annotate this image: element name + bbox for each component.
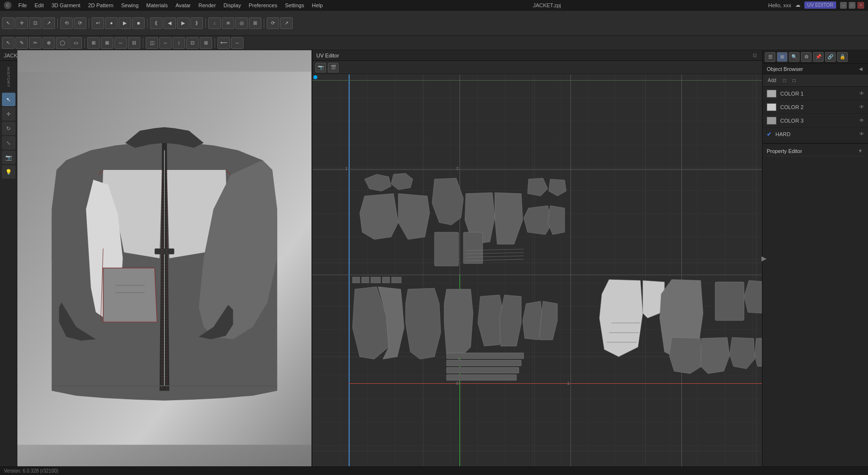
property-editor-collapse[interactable]: ▼	[856, 148, 864, 154]
close-button[interactable]: ×	[857, 2, 864, 9]
uv-camera-btn[interactable]: 📷	[315, 63, 326, 72]
tb2-select[interactable]: ↖	[2, 37, 14, 49]
toolbar-move[interactable]: ✛	[15, 17, 28, 29]
svg-marker-51	[755, 337, 762, 366]
maximize-button[interactable]: □	[849, 2, 855, 9]
ob-option1[interactable]: □	[781, 77, 788, 84]
tb2-grid[interactable]: ⊞	[200, 37, 212, 49]
menu-avatar[interactable]: Avatar	[173, 1, 194, 9]
tb2-flip[interactable]: ↔	[114, 37, 127, 49]
ob-filter-icon[interactable]: ⚙	[801, 52, 812, 62]
sidebar-camera-tool[interactable]: 📷	[2, 151, 15, 164]
uv-coord-5: 0	[456, 381, 459, 386]
ob-grid-icon[interactable]: ⊞	[777, 52, 787, 62]
toolbar-record[interactable]: ●	[105, 17, 118, 29]
sidebar-scale-tool[interactable]: ⤡	[2, 136, 15, 150]
minimize-button[interactable]: –	[840, 2, 847, 9]
ob-link-icon[interactable]: 🔗	[825, 52, 836, 62]
toolbar-redo[interactable]: ⟳	[74, 17, 86, 29]
tb2-seam[interactable]: ↔	[159, 37, 172, 49]
svg-rect-23	[353, 277, 360, 283]
3d-viewport[interactable]	[17, 50, 312, 466]
menu-sewing[interactable]: Sewing	[118, 1, 141, 9]
menu-file[interactable]: File	[15, 1, 30, 9]
uv-expand-icon[interactable]: ⊡	[751, 53, 758, 58]
toolbar-sim-next[interactable]: ▶	[177, 17, 190, 29]
menu-2dpattern[interactable]: 2D Pattern	[85, 1, 117, 9]
color3-eye-icon[interactable]: 👁	[859, 118, 864, 123]
hard-item[interactable]: ✔ HARD 👁	[763, 127, 868, 141]
toolbar-scale[interactable]: ⊡	[29, 17, 41, 29]
uv-film-btn[interactable]: 🎬	[328, 63, 339, 72]
tb2-layer[interactable]: ⊡	[186, 37, 199, 49]
tb2-rect[interactable]: ▭	[69, 37, 82, 49]
ob-list-icon[interactable]: ☰	[765, 52, 775, 62]
tb2-add[interactable]: ⊕	[42, 37, 55, 49]
toolbar-sim-end[interactable]: ⟫	[190, 17, 203, 29]
tb2-measure[interactable]: ⟵	[217, 37, 230, 49]
sidebar-rotate-tool[interactable]: ↻	[2, 122, 15, 135]
color2-item[interactable]: COLOR 2 👁	[763, 100, 868, 114]
color-list: COLOR 1 👁 COLOR 2 👁 COLOR 3 👁 ✔ HARD 👁	[763, 87, 868, 141]
color1-eye-icon[interactable]: 👁	[859, 91, 864, 96]
toolbar-wind[interactable]: ≋	[222, 17, 234, 29]
menu-display[interactable]: Display	[221, 1, 244, 9]
color2-eye-icon[interactable]: 👁	[859, 104, 864, 110]
menu-3dgarment[interactable]: 3D Garment	[49, 1, 83, 9]
svg-marker-50	[730, 337, 755, 369]
toolbar-gravity[interactable]: ↓	[208, 17, 221, 29]
tb2-sewing[interactable]: ◫	[146, 37, 158, 49]
toolbar-sim-prev[interactable]: ◀	[163, 17, 176, 29]
uv-coord-6: 1	[567, 381, 570, 386]
color1-item[interactable]: COLOR 1 👁	[763, 87, 868, 100]
secondary-toolbar: ↖ ✎ ✂ ⊕ ◯ ▭ ⊞ ⊠ ↔ ⊟ ◫ ↔ ↕ ⊡ ⊞ ⟵ ↔	[0, 36, 868, 50]
toolbar-undo[interactable]: ⟲	[60, 17, 73, 29]
ob-lock-icon[interactable]: 🔒	[837, 52, 848, 62]
panel-expand-arrow[interactable]: ▶	[761, 254, 767, 262]
tb2-ruler[interactable]: ↔	[231, 37, 244, 49]
sidebar-history[interactable]: HISTORY	[5, 63, 12, 92]
svg-marker-12	[495, 193, 523, 244]
toolbar-sync[interactable]: ⟳	[267, 17, 279, 29]
3d-viewport-panel: JACKET.zpj ✕ HISTORY ↖ ✛ ↻ ⤡ 📷 💡	[0, 50, 312, 466]
tb2-circle[interactable]: ◯	[56, 37, 68, 49]
property-editor-actions: ▼	[856, 148, 864, 154]
toolbar-select[interactable]: ↖	[2, 17, 14, 29]
menu-help[interactable]: Help	[309, 1, 326, 9]
toolbar-sim-start[interactable]: ⟪	[150, 17, 163, 29]
toolbar-play[interactable]: ▶	[119, 17, 131, 29]
toolbar-stop[interactable]: ■	[132, 17, 145, 29]
menu-edit[interactable]: Edit	[32, 1, 47, 9]
obj-browser-collapse[interactable]: ◀	[857, 66, 864, 71]
left-sidebar-icons: HISTORY ↖ ✛ ↻ ⤡ 📷 💡	[0, 61, 17, 466]
property-editor-title: Property Editor	[767, 148, 802, 154]
tb2-cut[interactable]: ✂	[29, 37, 41, 49]
toolbar-pressure[interactable]: ◎	[235, 17, 248, 29]
obj-browser-title: Object Browser	[767, 66, 803, 72]
color3-item[interactable]: COLOR 3 👁	[763, 114, 868, 127]
menu-preferences[interactable]: Preferences	[246, 1, 280, 9]
toolbar-stitch[interactable]: ⊞	[249, 17, 261, 29]
menu-render[interactable]: Render	[196, 1, 219, 9]
tb2-pin2[interactable]: ↕	[173, 37, 185, 49]
sidebar-select-tool[interactable]: ↖	[2, 93, 15, 106]
tb2-mirror[interactable]: ⊠	[101, 37, 113, 49]
ob-add-button[interactable]: Add	[766, 77, 778, 84]
toolbar-rotate[interactable]: ↗	[42, 17, 55, 29]
hard-eye-icon[interactable]: 👁	[859, 131, 864, 137]
sidebar-light-tool[interactable]: 💡	[2, 165, 15, 179]
tb2-arrange[interactable]: ⊞	[87, 37, 100, 49]
toolbar-reset[interactable]: ↩	[92, 17, 104, 29]
ob-option2[interactable]: □	[791, 77, 798, 84]
uv-canvas[interactable]: 1 2 0 1 2	[312, 74, 762, 466]
ob-pin-icon[interactable]: 📌	[813, 52, 824, 62]
tb2-pen[interactable]: ✎	[15, 37, 28, 49]
uv-redline-h	[349, 383, 762, 384]
svg-rect-4	[155, 249, 175, 254]
tb2-align[interactable]: ⊟	[128, 37, 140, 49]
sidebar-move-tool[interactable]: ✛	[2, 107, 15, 121]
menu-materials[interactable]: Materials	[143, 1, 171, 9]
toolbar-export[interactable]: ↗	[280, 17, 293, 29]
ob-search-icon[interactable]: 🔍	[789, 52, 800, 62]
menu-settings[interactable]: Settings	[282, 1, 307, 9]
